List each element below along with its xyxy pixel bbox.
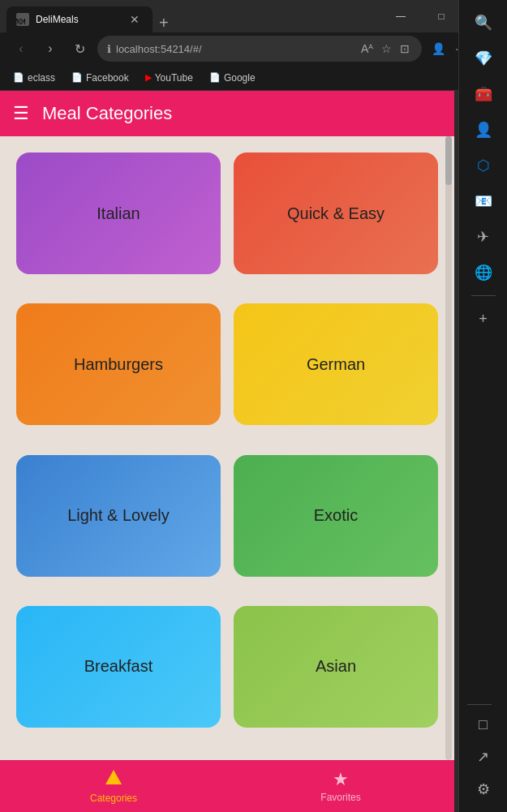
url-bar[interactable]: ℹ localhost:54214/#/ Aᴬ ☆ ⊡ (97, 36, 422, 62)
forward-button[interactable]: › (39, 37, 62, 60)
scroll-track[interactable] (445, 136, 452, 760)
bookmark-facebook-label: Facebook (86, 72, 129, 84)
youtube-favicon: ▶ (145, 72, 152, 83)
active-tab[interactable]: 🍽 DeliMeals ✕ (6, 6, 153, 32)
bookmark-eclass-label: eclass (28, 72, 55, 84)
sidebar-search-button[interactable]: 🔍 (467, 6, 500, 39)
right-sidebar: 🔍 💎 🧰 👤 ⬡ 📧 ✈ 🌐 + □ ↗ ⚙ (458, 0, 507, 812)
category-card-asian[interactable]: Asian (234, 606, 438, 728)
maximize-button[interactable]: □ (423, 3, 460, 29)
bottom-nav-categories-label: Categories (90, 793, 137, 804)
bookmark-youtube[interactable]: ▶ YouTube (139, 69, 200, 87)
back-button[interactable]: ‹ (10, 37, 32, 60)
category-card-light---lovely[interactable]: Light & Lovely (16, 455, 221, 577)
sidebar-divider-bottom (467, 704, 492, 705)
bottom-nav-categories-icon (104, 768, 123, 791)
tab-close-button[interactable]: ✕ (127, 11, 143, 28)
sidebar-send-button[interactable]: ✈ (467, 221, 500, 253)
bookmark-google[interactable]: 📄 Google (203, 69, 262, 87)
category-card-hamburgers[interactable]: Hamburgers (16, 303, 221, 425)
app-area: ☰ Meal Categories ItalianQuick & EasyHam… (0, 91, 454, 812)
bookmarks-bar: 📄 eclass 📄 Facebook ▶ YouTube 📄 Google › (0, 65, 507, 91)
tab-favicon: 🍽 (16, 13, 29, 26)
bookmark-eclass[interactable]: 📄 eclass (6, 69, 62, 87)
bottom-nav-favorites[interactable]: ★Favorites (227, 769, 454, 803)
user-icon[interactable]: 👤 (428, 39, 449, 58)
url-actions: Aᴬ ☆ ⊡ (359, 40, 412, 58)
browser-chrome: 🍽 DeliMeals ✕ + — □ ✕ ‹ › ↻ ℹ localhost:… (0, 0, 507, 91)
app-title: Meal Categories (42, 103, 172, 124)
sidebar-outlook-button[interactable]: 📧 (467, 185, 500, 217)
minimize-button[interactable]: — (382, 3, 419, 29)
bookmark-google-label: Google (224, 72, 256, 84)
sidebar-bottom: □ ↗ ⚙ (467, 701, 500, 806)
url-text: localhost:54214/#/ (116, 43, 354, 55)
sidebar-profile-button[interactable]: 👤 (467, 114, 500, 146)
svg-marker-0 (105, 770, 122, 784)
bottom-nav: Categories★Favorites (0, 760, 454, 812)
bookmark-youtube-label: YouTube (155, 72, 193, 84)
sidebar-translate-button[interactable]: 🌐 (467, 256, 500, 289)
tab-title: DeliMeals (36, 14, 120, 25)
category-card-quick---easy[interactable]: Quick & Easy (234, 153, 438, 274)
new-tab-button[interactable]: + (156, 14, 172, 32)
sidebar-add-button[interactable]: + (467, 303, 500, 335)
address-bar: ‹ › ↻ ℹ localhost:54214/#/ Aᴬ ☆ ⊡ 👤 ··· … (0, 32, 507, 65)
refresh-button[interactable]: ↻ (68, 37, 91, 60)
eclass-favicon: 📄 (13, 72, 24, 83)
bottom-nav-categories[interactable]: Categories (0, 768, 227, 804)
bookmark-facebook[interactable]: 📄 Facebook (65, 69, 135, 87)
category-card-breakfast[interactable]: Breakfast (16, 606, 221, 728)
category-card-italian[interactable]: Italian (16, 153, 221, 274)
bottom-nav-favorites-icon: ★ (333, 769, 349, 790)
app-header: ☰ Meal Categories (0, 91, 454, 136)
hamburger-menu-button[interactable]: ☰ (13, 103, 29, 124)
category-card-exotic[interactable]: Exotic (234, 455, 438, 577)
tab-container: 🍽 DeliMeals ✕ + (6, 0, 376, 32)
bottom-nav-favorites-label: Favorites (320, 792, 360, 803)
info-icon: ℹ (107, 43, 111, 55)
sidebar-bing-button[interactable]: ⬡ (467, 149, 500, 182)
categories-grid: ItalianQuick & EasyHamburgersGermanLight… (0, 136, 454, 760)
sidebar-external-link-button[interactable]: ↗ (467, 741, 500, 773)
scroll-thumb[interactable] (445, 136, 452, 185)
reader-mode-button[interactable]: Aᴬ (359, 40, 376, 58)
google-favicon: 📄 (209, 72, 221, 83)
title-bar: 🍽 DeliMeals ✕ + — □ ✕ (0, 0, 507, 32)
sidebar-collections-button[interactable]: 💎 (467, 42, 500, 75)
split-view-button[interactable]: ⊡ (397, 40, 412, 58)
sidebar-settings-button[interactable]: ⚙ (467, 773, 500, 806)
sidebar-divider (471, 295, 496, 296)
category-card-german[interactable]: German (234, 303, 438, 425)
facebook-favicon: 📄 (71, 72, 83, 83)
bookmark-star-button[interactable]: ☆ (379, 40, 394, 58)
sidebar-tools-button[interactable]: 🧰 (467, 78, 500, 110)
sidebar-split-view-button[interactable]: □ (467, 708, 500, 741)
